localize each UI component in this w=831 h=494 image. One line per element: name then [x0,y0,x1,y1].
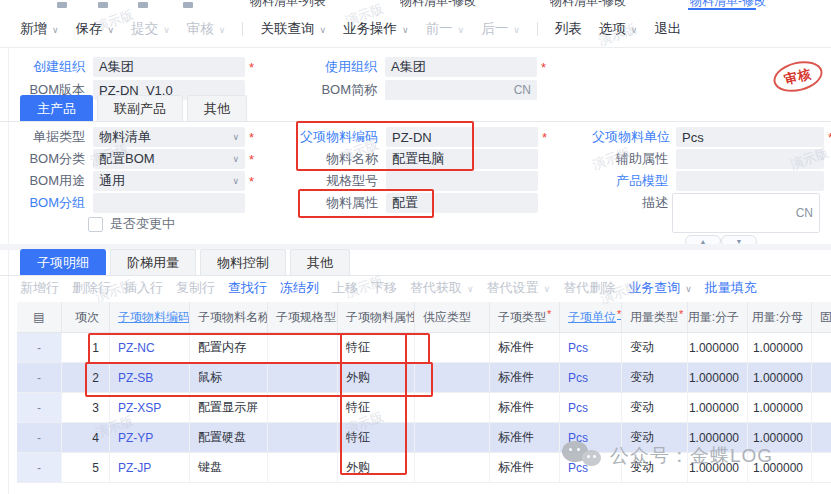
col-child-attr[interactable]: 子项物料属性 [338,302,415,332]
parent-code-label[interactable]: 父项物料编码 [300,128,378,146]
business-operation-button[interactable]: 业务操作 [343,20,409,38]
table-row[interactable]: - 3 PZ-XSP 配置显示屏 特征 标准件 Pcs 变动 1.000000 … [17,393,831,423]
bom-category-label: BOM分类 [15,150,85,168]
next-button[interactable]: 后一 [481,20,520,38]
cell-code[interactable]: PZ-YP [110,423,190,452]
row-expander[interactable]: - [17,363,62,392]
col-child-type[interactable]: 子项类型 [490,302,560,332]
page-tab[interactable]: 物料清单-列表 [250,0,326,10]
freeze-column-button[interactable]: 冻结列 [280,279,319,297]
use-org-label[interactable]: 使用组织 [305,58,377,76]
cell-code[interactable]: PZ-JP [110,453,190,482]
business-query-button[interactable]: 业务查询 [628,279,692,297]
cell-attr: 特征 [338,333,415,362]
material-attr-input[interactable]: 配置 [386,193,538,213]
create-org-label[interactable]: 创建组织 [15,58,85,76]
apps-icon[interactable] [138,2,148,8]
tab-step-usage[interactable]: 阶梯用量 [110,249,196,275]
cell-type: 标准件 [490,333,560,362]
substitute-get-button[interactable]: 替代获取 [410,279,474,297]
col-child-unit[interactable]: 子项单位 [560,302,622,332]
find-row-button[interactable]: 查找行 [228,279,267,297]
product-model-label[interactable]: 产品模型 [592,172,668,190]
move-down-button[interactable]: 下移 [371,279,397,297]
parent-unit-label[interactable]: 父项物料单位 [592,128,668,146]
cell-unit[interactable]: Pcs [560,333,622,362]
col-usage-denominator[interactable]: 用量:分母 [748,302,812,332]
list-button[interactable]: 列表 [555,20,582,38]
column-menu-icon[interactable]: ▤ [17,302,62,332]
substitute-delete-button[interactable]: 替代删除 [563,279,615,297]
exit-button[interactable]: 退出 [654,20,681,38]
save-button[interactable]: 保存 [76,20,115,38]
col-seq[interactable]: 项次 [62,302,110,332]
options-button[interactable]: 选项 [599,20,638,38]
cell-unit[interactable]: Pcs [560,423,622,452]
tab-other[interactable]: 其他 [187,95,247,121]
table-row[interactable]: - 1 PZ-NC 配置内存 特征 标准件 Pcs 变动 1.000000 1.… [17,333,831,363]
cell-type: 标准件 [490,393,560,422]
batch-fill-button[interactable]: 批量填充 [705,279,757,297]
tab-material-control[interactable]: 物料控制 [200,249,286,275]
aux-attr-input[interactable] [676,149,824,169]
delete-row-button[interactable]: 删除行 [72,279,111,297]
spec-input[interactable] [386,171,538,191]
col-usage-type[interactable]: 用量类型 [622,302,688,332]
parent-unit-input[interactable]: Pcs [676,127,824,147]
cell-attr: 外购 [338,453,415,482]
cell-code[interactable]: PZ-SB [110,363,190,392]
col-supply-type[interactable]: 供应类型 [415,302,490,332]
row-expander[interactable]: - [17,423,62,452]
tab-main-product[interactable]: 主产品 [20,95,93,121]
bom-category-select[interactable]: 配置BOM [93,149,245,169]
insert-row-button[interactable]: 插入行 [124,279,163,297]
bom-usage-select[interactable]: 通用 [93,171,245,191]
tab-child-detail[interactable]: 子项明细 [20,249,106,275]
parent-code-input[interactable]: PZ-DN [386,127,538,147]
create-org-input[interactable]: A集团 [93,57,245,77]
tab-co-products[interactable]: 联副产品 [97,95,183,121]
col-child-code[interactable]: 子项物料编码 [110,302,190,332]
related-query-button[interactable]: 关联查询 [260,20,326,38]
col-child-name[interactable]: 子项物料名称 [190,302,268,332]
changing-checkbox[interactable] [88,217,103,232]
add-row-button[interactable]: 新增行 [20,279,59,297]
row-expander[interactable]: - [17,333,62,362]
row-expander[interactable]: - [17,393,62,422]
product-model-input[interactable] [676,171,824,191]
bom-short-label: BOM简称 [305,81,377,99]
cell-unit[interactable]: Pcs [560,453,622,482]
substitute-set-button[interactable]: 替代设置 [487,279,551,297]
list-icon[interactable] [183,2,193,8]
row-expander[interactable]: - [17,453,62,482]
description-textarea[interactable]: CN [672,193,820,233]
page-tab[interactable]: 物料清单-修改 [400,0,476,10]
table-row[interactable]: - 4 PZ-YP 配置硬盘 特征 标准件 Pcs 变动 1.000000 1.… [17,423,831,453]
tab-detail-other[interactable]: 其他 [290,249,350,275]
audit-button[interactable]: 审核 [187,20,226,38]
table-row[interactable]: - 5 PZ-JP 键盘 外购 标准件 Pcs 变动 1.000000 1.00… [17,453,831,483]
doc-type-label: 单据类型 [15,128,85,146]
page-tab[interactable]: 物料清单-修改 [550,0,626,10]
use-org-input[interactable]: A集团 [385,57,537,77]
submit-button[interactable]: 提交 [131,20,170,38]
copy-row-button[interactable]: 复制行 [176,279,215,297]
menu-icon[interactable] [98,2,108,8]
bom-group-input[interactable] [93,193,245,213]
cell-code[interactable]: PZ-NC [110,333,190,362]
col-usage-numerator[interactable]: 用量:分子 [688,302,748,332]
cell-code[interactable]: PZ-XSP [110,393,190,422]
cell-unit[interactable]: Pcs [560,393,622,422]
col-child-spec[interactable]: 子项规格型... [268,302,338,332]
table-row[interactable]: - 2 PZ-SB 鼠标 外购 标准件 Pcs 变动 1.000000 1.00… [17,363,831,393]
bom-short-input[interactable]: CN [385,80,537,100]
doc-type-select[interactable]: 物料清单 [93,127,245,147]
cell-unit[interactable]: Pcs [560,363,622,392]
previous-button[interactable]: 前一 [426,20,465,38]
col-fixed-loss[interactable]: 固定损耗 [812,302,831,332]
move-up-button[interactable]: 上移 [332,279,358,297]
material-name-input[interactable]: 配置电脑 [386,149,538,169]
home-icon[interactable] [57,2,67,8]
new-button[interactable]: 新增 [20,20,59,38]
bom-group-label[interactable]: BOM分组 [15,194,85,212]
